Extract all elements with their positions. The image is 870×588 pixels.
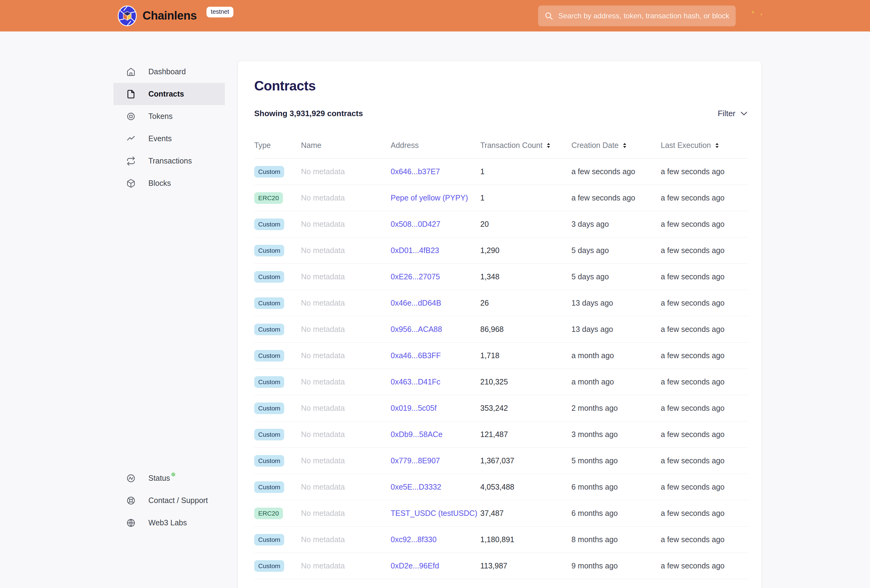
contract-address-link[interactable]: 0xE26...27075 (391, 272, 440, 281)
transaction-count: 121,487 (480, 430, 571, 439)
contract-name: No metadata (301, 193, 391, 202)
contract-name: No metadata (301, 535, 391, 544)
contract-address-link[interactable]: 0xa46...6B3FF (391, 351, 441, 360)
contract-type-badge: Custom (254, 350, 284, 362)
creation-date: 3 months ago (571, 430, 661, 439)
sidebar-item-label: Events (148, 134, 171, 143)
dark-mode-moon-icon[interactable] (750, 9, 763, 22)
column-header-name: Name (301, 141, 391, 150)
table-row: Custom No metadata 0x646...b37E7 1 a few… (254, 159, 748, 185)
search-bar[interactable] (538, 6, 736, 26)
sidebar-item-blocks[interactable]: Blocks (113, 172, 225, 195)
contract-type-badge: Custom (254, 402, 284, 414)
transaction-count: 1,180,891 (480, 535, 571, 544)
document-icon (126, 89, 136, 99)
contract-address-link[interactable]: 0x508...0D427 (391, 220, 441, 228)
transaction-count: 4,053,488 (480, 483, 571, 491)
table-row: Custom No metadata 0x019...5c05f 353,242… (254, 395, 748, 422)
contract-name: No metadata (301, 377, 391, 386)
sidebar-item-web3labs[interactable]: Web3 Labs (113, 512, 225, 534)
sort-icon[interactable] (622, 143, 627, 148)
contract-address-link[interactable]: 0xD01...4fB23 (391, 246, 439, 255)
brand[interactable]: Chainlens testnet (117, 0, 233, 31)
contract-name: No metadata (301, 325, 391, 334)
status-pulse-icon (126, 474, 136, 483)
search-input[interactable] (558, 12, 730, 20)
sidebar-item-label: Status (148, 474, 170, 483)
column-header-address: Address (391, 141, 480, 150)
transaction-count: 86,968 (480, 325, 571, 334)
contract-name: No metadata (301, 483, 391, 491)
chevron-down-icon (740, 111, 748, 116)
table-row: ERC20 No metadata Pepe of yellow (PYPY) … (254, 185, 748, 211)
search-icon (544, 11, 553, 21)
table-body: Custom No metadata 0x646...b37E7 1 a few… (254, 159, 748, 579)
last-execution: a few seconds ago (661, 483, 748, 491)
contract-type-badge: Custom (254, 297, 284, 309)
contract-name: No metadata (301, 430, 391, 439)
contract-type-badge: ERC20 (254, 192, 283, 204)
contract-name: No metadata (301, 298, 391, 307)
creation-date: a month ago (571, 377, 661, 386)
sort-icon[interactable] (715, 143, 720, 148)
contract-type-badge: Custom (254, 560, 284, 572)
contract-type-badge: Custom (254, 534, 284, 545)
contract-address-link[interactable]: 0xc92...8f330 (391, 535, 436, 544)
sidebar-item-label: Blocks (148, 179, 171, 188)
creation-date: 5 days ago (571, 272, 661, 281)
sidebar-item-dashboard[interactable]: Dashboard (113, 61, 225, 83)
sidebar-item-label: Transactions (148, 156, 192, 165)
contract-address-link[interactable]: 0xe5E...D3332 (391, 483, 441, 491)
contract-address-link[interactable]: TEST_USDC (testUSDC) (391, 509, 477, 517)
last-execution: a few seconds ago (661, 377, 748, 386)
lifebuoy-icon (126, 496, 136, 505)
contract-address-link[interactable]: 0xDb9...58ACe (391, 430, 442, 438)
table-row: ERC20 No metadata TEST_USDC (testUSDC) 3… (254, 500, 748, 527)
table-row: Custom No metadata 0xD01...4fB23 1,290 5… (254, 238, 748, 264)
last-execution: a few seconds ago (661, 298, 748, 307)
contract-name: No metadata (301, 246, 391, 255)
filter-button[interactable]: Filter (718, 109, 748, 118)
sidebar-nav: Dashboard Contracts Tokens Events (113, 61, 225, 195)
contract-address-link[interactable]: 0x46e...dD64B (391, 298, 441, 307)
contract-address-link[interactable]: Pepe of yellow (PYPY) (391, 193, 468, 202)
table-row: Custom No metadata 0x779...8E907 1,367,0… (254, 448, 748, 474)
contract-address-link[interactable]: 0xD2e...96Efd (391, 561, 439, 570)
token-icon (126, 112, 136, 121)
contract-type-badge: ERC20 (254, 508, 283, 519)
sort-icon[interactable] (546, 143, 551, 148)
sidebar-item-label: Contracts (148, 89, 184, 98)
creation-date: 5 days ago (571, 246, 661, 255)
network-badge: testnet (207, 7, 233, 18)
sidebar-item-status[interactable]: Status (113, 467, 225, 489)
transaction-count: 210,325 (480, 377, 571, 386)
contract-address-link[interactable]: 0x779...8E907 (391, 456, 440, 465)
creation-date: a month ago (571, 351, 661, 360)
sidebar-item-contact-support[interactable]: Contact / Support (113, 489, 225, 512)
creation-date: a few seconds ago (571, 167, 661, 176)
sidebar-item-label: Web3 Labs (148, 518, 187, 527)
table-row: Custom No metadata 0x508...0D427 20 3 da… (254, 211, 748, 238)
sidebar-item-contracts[interactable]: Contracts (113, 83, 225, 105)
brand-name: Chainlens (143, 9, 197, 22)
creation-date: 9 months ago (571, 561, 661, 570)
last-execution: a few seconds ago (661, 351, 748, 360)
sidebar-item-events[interactable]: Events (113, 128, 225, 150)
contract-name: No metadata (301, 561, 391, 570)
page-title: Contracts (254, 78, 748, 94)
last-execution: a few seconds ago (661, 193, 748, 202)
creation-date: 13 days ago (571, 298, 661, 307)
sidebar-item-tokens[interactable]: Tokens (113, 105, 225, 128)
contract-type-badge: Custom (254, 245, 284, 257)
transaction-count: 1,718 (480, 351, 571, 360)
contract-address-link[interactable]: 0x463...D41Fc (391, 377, 441, 386)
contract-address-link[interactable]: 0x019...5c05f (391, 404, 436, 412)
contract-address-link[interactable]: 0x956...ACA88 (391, 325, 442, 333)
table-row: Custom No metadata 0x463...D41Fc 210,325… (254, 369, 748, 395)
contract-type-badge: Custom (254, 324, 284, 335)
contract-address-link[interactable]: 0x646...b37E7 (391, 167, 440, 176)
repeat-arrows-icon (126, 156, 136, 166)
sidebar-item-transactions[interactable]: Transactions (113, 150, 225, 172)
transaction-count: 113,987 (480, 561, 571, 570)
activity-line-icon (126, 134, 136, 143)
